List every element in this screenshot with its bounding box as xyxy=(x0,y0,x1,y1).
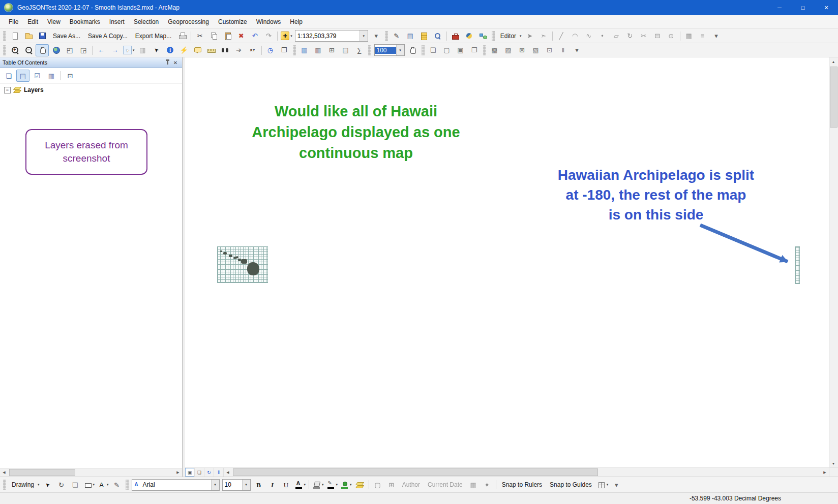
hyperlink-icon[interactable]: ⚡ xyxy=(177,44,191,56)
full-extent-icon[interactable] xyxy=(49,44,63,56)
font-combo-dropdown[interactable]: ▾ xyxy=(211,480,219,490)
scroll-down-arrow[interactable]: ▼ xyxy=(829,459,837,467)
snap-to-guides-button[interactable]: Snap to Guides xyxy=(546,479,595,491)
delete-icon[interactable]: ✖ xyxy=(234,30,248,42)
shape-tool-icon[interactable]: ▾ xyxy=(82,479,96,491)
trace-tool-icon[interactable]: ∿ xyxy=(582,30,595,42)
italic-button[interactable]: I xyxy=(266,479,279,491)
refresh-view-button[interactable]: ↻ xyxy=(204,468,214,477)
select-features-icon[interactable]: ▾ xyxy=(122,44,136,56)
green-annotation-text[interactable]: Would like all of Hawaii Archipelago dis… xyxy=(234,101,478,164)
toc-close-button[interactable]: ✕ xyxy=(171,58,179,67)
back-extent-icon[interactable]: ← xyxy=(95,44,108,56)
table-of-contents-window-icon[interactable]: ▤ xyxy=(404,30,417,42)
current-date-button[interactable]: Current Date xyxy=(424,479,466,491)
zoom-percent-combo[interactable]: 100▾ xyxy=(374,44,405,56)
lock-labels-icon[interactable]: ▧ xyxy=(529,44,543,56)
edit-vertices-icon[interactable]: ▱ xyxy=(610,30,623,42)
select-elements-icon[interactable] xyxy=(41,479,54,491)
annotation-icon[interactable]: ▨ xyxy=(502,44,515,56)
change-layout-icon[interactable]: ❐ xyxy=(468,44,481,56)
menu-geoprocessing[interactable]: Geoprocessing xyxy=(163,17,214,27)
open-folder-icon[interactable] xyxy=(22,30,35,42)
dynamic-text-icon[interactable]: ⊞ xyxy=(385,479,398,491)
toolbar-options-icon[interactable]: ▾ xyxy=(710,30,723,42)
edit-tool-icon[interactable]: ➤ xyxy=(523,30,536,42)
toc-horizontal-scrollbar[interactable]: ◀ ▶ xyxy=(0,468,182,477)
rotate-tool-icon[interactable]: ⊙ xyxy=(665,30,678,42)
scroll-left-arrow[interactable]: ◀ xyxy=(0,468,8,477)
scroll-left-arrow[interactable]: ◀ xyxy=(224,468,232,477)
edit-annotation-tool-icon[interactable]: ➣ xyxy=(537,30,550,42)
select-all-elements-icon[interactable]: ❏ xyxy=(69,479,82,491)
focus-data-frame-icon[interactable]: ▣ xyxy=(454,44,467,56)
map-vertical-scrollbar[interactable]: ▲ ▼ xyxy=(829,57,838,467)
zoom-in-icon[interactable] xyxy=(8,44,21,56)
zoom-page-width-icon[interactable]: ▢ xyxy=(440,44,454,56)
auto-hide-pin-button[interactable] xyxy=(163,58,171,67)
html-popup-icon[interactable] xyxy=(191,44,204,56)
picture-icon[interactable]: ▦ xyxy=(467,479,480,491)
bold-button[interactable]: B xyxy=(252,479,265,491)
list-by-selection-icon[interactable]: ▦ xyxy=(45,70,58,82)
underline-button[interactable]: U xyxy=(280,479,293,491)
cut-icon[interactable]: ✂ xyxy=(193,30,206,42)
annotation-arrow[interactable] xyxy=(696,221,798,269)
zoom-out-icon[interactable] xyxy=(22,44,35,56)
arctoolbox-icon[interactable] xyxy=(449,30,462,42)
toc-layer-item-layers[interactable]: − Layers xyxy=(0,84,182,96)
pause-drawing-button[interactable]: ‖ xyxy=(214,468,224,477)
maximize-button[interactable]: □ xyxy=(791,0,815,15)
clear-selected-features-icon[interactable]: ▦ xyxy=(136,44,149,56)
scale-combo-dropdown[interactable]: ▾ xyxy=(360,30,368,41)
font-size-combo-dropdown[interactable]: ▾ xyxy=(242,480,250,490)
blue-annotation-text[interactable]: Hawaiian Archipelago is split at -180, t… xyxy=(531,165,781,225)
default-symbol-icon[interactable]: ▢ xyxy=(371,479,384,491)
data-view-button[interactable]: ▣ xyxy=(185,468,195,477)
add-xy-data-icon[interactable]: ▥ xyxy=(312,44,325,56)
zoom-whole-page-icon[interactable]: ❏ xyxy=(427,44,440,56)
menu-selection[interactable]: Selection xyxy=(129,17,163,27)
minimize-button[interactable]: ─ xyxy=(768,0,791,15)
toolbar-options-icon[interactable]: ▾ xyxy=(370,30,383,42)
snap-to-rulers-button[interactable]: Snap to Rulers xyxy=(498,479,546,491)
identify-icon[interactable] xyxy=(164,44,177,56)
drawing-menu-button[interactable]: Drawing▾ xyxy=(8,479,41,491)
search-window-icon[interactable] xyxy=(431,30,444,42)
font-combo-value[interactable]: Arial xyxy=(141,481,211,488)
print-icon[interactable] xyxy=(175,30,189,42)
redo-icon[interactable]: ↷ xyxy=(262,30,275,42)
split-tool-icon[interactable]: ⊟ xyxy=(651,30,664,42)
toolbar-options-icon[interactable]: ▾ xyxy=(610,479,623,491)
save-icon[interactable] xyxy=(36,30,49,42)
new-document-icon[interactable] xyxy=(8,30,21,42)
scale-combo-value[interactable]: 1:132,503,379 xyxy=(295,33,360,40)
scroll-right-arrow[interactable]: ▶ xyxy=(174,468,182,477)
find-route-icon[interactable]: ➔ xyxy=(232,44,246,56)
list-by-visibility-icon[interactable]: ☑ xyxy=(31,70,44,82)
menu-customize[interactable]: Customize xyxy=(214,17,252,27)
author-button[interactable]: Author xyxy=(399,479,424,491)
select-elements-icon[interactable] xyxy=(150,44,163,56)
unplaced-labels-icon[interactable]: ⊠ xyxy=(516,44,529,56)
close-button[interactable]: ✕ xyxy=(815,0,838,15)
straight-segment-icon[interactable]: ╱ xyxy=(555,30,568,42)
attributes-icon[interactable]: ▦ xyxy=(682,30,696,42)
undo-icon[interactable]: ↶ xyxy=(248,30,261,42)
menu-view[interactable]: View xyxy=(43,17,65,27)
scrollbar-thumb[interactable] xyxy=(9,469,75,476)
snapping-icon[interactable]: ▾ xyxy=(596,479,610,491)
line-color-icon[interactable]: ▾ xyxy=(325,479,339,491)
endpoint-arc-icon[interactable]: ◠ xyxy=(568,30,582,42)
pan-page-icon[interactable] xyxy=(406,44,420,56)
menu-insert[interactable]: Insert xyxy=(105,17,129,27)
catalog-window-icon[interactable] xyxy=(417,30,431,42)
add-data-icon[interactable]: ▾ xyxy=(280,30,293,42)
time-slider-icon[interactable]: ◷ xyxy=(264,44,277,56)
reshape-feature-icon[interactable]: ↻ xyxy=(623,30,637,42)
scrollbar-thumb[interactable] xyxy=(830,67,837,128)
north-arrow-icon[interactable]: ✦ xyxy=(481,479,494,491)
menu-edit[interactable]: Edit xyxy=(23,17,43,27)
pause-labeling-icon[interactable]: ‖ xyxy=(557,44,570,56)
toc-options-icon[interactable]: ⊡ xyxy=(64,70,77,82)
